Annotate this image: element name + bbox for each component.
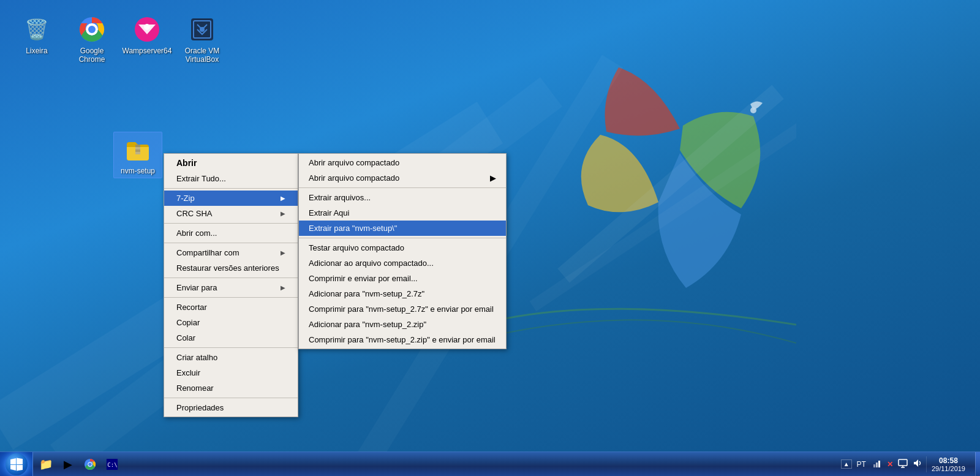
desktop-icon-wampserver[interactable]: Wampserver64 xyxy=(123,12,172,67)
tray-expand-btn[interactable]: ▲ xyxy=(841,459,852,469)
desktop-icons-area: 🗑️ Lixeira Google Chrome xyxy=(6,6,233,73)
svg-point-9 xyxy=(88,26,96,33)
svg-rect-28 xyxy=(899,459,907,466)
menu-item-abrir[interactable]: Abrir xyxy=(164,155,298,171)
context-menu: Abrir Extrair Tudo... 7-Zip ▶ CRC SHA ▶ … xyxy=(164,153,298,417)
chrome-taskbar-icon xyxy=(84,458,96,470)
arrow-enviar: ▶ xyxy=(281,284,285,291)
svg-rect-27 xyxy=(878,461,880,467)
submenu-item-adicionar[interactable]: Adicionar ao arquivo compactado... xyxy=(299,255,506,271)
desktop-file-nvmsetup[interactable]: nvm-setup xyxy=(113,132,162,178)
menu-item-7zip[interactable]: 7-Zip ▶ xyxy=(164,191,298,206)
nvmsetup-label: nvm-setup xyxy=(121,167,155,175)
separator-3 xyxy=(164,243,298,243)
menu-item-restaurar[interactable]: Restaurar versões anteriores xyxy=(164,260,298,276)
arrow-abrir-compactado2: ▶ xyxy=(490,173,496,183)
submenu-item-adicionar-7z[interactable]: Adicionar para "nvm-setup_2.7z" xyxy=(299,286,506,301)
submenu-item-comprimir-7z-email[interactable]: Comprimir para "nvm-setup_2.7z" e enviar… xyxy=(299,301,506,317)
menu-item-abrir-com[interactable]: Abrir com... xyxy=(164,225,298,241)
cmd-taskbar-icon: C:\ _ xyxy=(106,458,118,470)
tray-icon-volume[interactable] xyxy=(911,457,924,471)
submenu-item-extrair-arquivos[interactable]: Extrair arquivos... xyxy=(299,190,506,205)
svg-line-2 xyxy=(533,123,796,306)
submenu-item-comprimir-email[interactable]: Comprimir e enviar por email... xyxy=(299,271,506,286)
svg-rect-15 xyxy=(135,145,140,147)
menu-item-recortar[interactable]: Recortar xyxy=(164,300,298,315)
clock-date: 29/11/2019 xyxy=(932,465,965,472)
tray-icon-x[interactable]: ✕ xyxy=(886,459,894,470)
submenu-item-testar[interactable]: Testar arquivo compactado xyxy=(299,240,506,255)
svg-point-21 xyxy=(88,463,91,466)
arrow-crc: ▶ xyxy=(281,210,285,217)
taskbar-clock[interactable]: 08:58 29/11/2019 xyxy=(926,456,970,472)
start-orb xyxy=(6,453,28,475)
virtualbox-icon xyxy=(187,15,217,44)
submenu-item-abrir-compactado[interactable]: Abrir arquivo compactado xyxy=(299,155,506,170)
svg-text:_: _ xyxy=(107,466,110,470)
submenu-item-extrair-para[interactable]: Extrair para "nvm-setup\" xyxy=(299,221,506,236)
menu-item-excluir[interactable]: Excluir xyxy=(164,365,298,380)
taskbar-btn-explorer[interactable]: 📁 xyxy=(36,454,56,475)
separator-4 xyxy=(164,278,298,278)
desktop: 🗑️ Lixeira Google Chrome xyxy=(0,0,980,476)
tray-icon-network[interactable] xyxy=(871,457,883,471)
taskbar-language[interactable]: PT xyxy=(854,460,869,469)
desktop-icon-lixeira[interactable]: 🗑️ Lixeira xyxy=(12,12,61,67)
svg-rect-17 xyxy=(135,149,140,152)
taskbar: 📁 ▶ C:\ _ xyxy=(0,451,980,476)
wampserver-icon xyxy=(132,15,162,44)
submenu-sep-1 xyxy=(299,187,506,188)
taskbar-btn-chrome[interactable] xyxy=(80,454,100,475)
svg-point-11 xyxy=(144,24,150,30)
separator-1 xyxy=(164,188,298,189)
taskbar-tray-area: ▲ PT ✕ xyxy=(836,452,975,476)
menu-item-enviar[interactable]: Enviar para ▶ xyxy=(164,280,298,295)
desktop-icon-chrome[interactable]: Google Chrome xyxy=(67,12,116,67)
separator-5 xyxy=(164,297,298,298)
submenu-sep-2 xyxy=(299,238,506,238)
mediaplayer-icon: ▶ xyxy=(64,458,72,471)
submenu-item-adicionar-zip[interactable]: Adicionar para "nvm-setup_2.zip" xyxy=(299,317,506,332)
desktop-icon-virtualbox[interactable]: Oracle VM VirtualBox xyxy=(178,12,227,67)
menu-item-propriedades[interactable]: Propriedades xyxy=(164,400,298,415)
taskbar-btn-mediaplayer[interactable]: ▶ xyxy=(58,454,78,475)
arrow-7zip: ▶ xyxy=(281,195,285,202)
wampserver-label: Wampserver64 xyxy=(123,47,172,55)
taskbar-btn-cmd[interactable]: C:\ _ xyxy=(102,454,123,475)
svg-point-14 xyxy=(200,27,205,32)
separator-7 xyxy=(164,398,298,398)
svg-rect-26 xyxy=(876,463,878,467)
menu-item-extrair-tudo[interactable]: Extrair Tudo... xyxy=(164,171,298,186)
menu-item-copiar[interactable]: Copiar xyxy=(164,315,298,330)
menu-item-renomear[interactable]: Renomear xyxy=(164,380,298,396)
lixeira-icon: 🗑️ xyxy=(22,15,51,44)
menu-item-compartilhar[interactable]: Compartilhar com ▶ xyxy=(164,245,298,260)
svg-rect-25 xyxy=(873,464,875,467)
start-button[interactable] xyxy=(0,452,33,477)
tray-icon-monitor[interactable] xyxy=(897,457,909,471)
menu-item-colar[interactable]: Colar xyxy=(164,330,298,346)
svg-rect-16 xyxy=(135,147,140,149)
clock-time: 08:58 xyxy=(939,456,958,465)
submenu-item-comprimir-zip-email[interactable]: Comprimir para "nvm-setup_2.zip" e envia… xyxy=(299,332,506,347)
windows-logo-icon xyxy=(9,457,24,472)
menu-item-crc-sha[interactable]: CRC SHA ▶ xyxy=(164,206,298,221)
submenu-7zip: Abrir arquivo compactado Abrir arquivo c… xyxy=(298,153,507,349)
separator-2 xyxy=(164,223,298,224)
taskbar-quicklaunch: 📁 ▶ C:\ _ xyxy=(33,452,125,476)
separator-6 xyxy=(164,347,298,348)
menu-item-criar-atalho[interactable]: Criar atalho xyxy=(164,350,298,365)
lixeira-label: Lixeira xyxy=(26,47,47,55)
submenu-item-abrir-compactado2[interactable]: Abrir arquivo compactado ▶ xyxy=(299,170,506,186)
zip-file-icon xyxy=(123,135,153,164)
explorer-icon: 📁 xyxy=(39,458,53,471)
show-desktop-button[interactable] xyxy=(975,452,980,477)
virtualbox-label: Oracle VM VirtualBox xyxy=(180,47,224,64)
chrome-icon xyxy=(77,15,107,44)
arrow-compartilhar: ▶ xyxy=(281,249,285,256)
chrome-label: Google Chrome xyxy=(70,47,114,64)
svg-rect-18 xyxy=(135,152,140,154)
submenu-item-extrair-aqui[interactable]: Extrair Aqui xyxy=(299,205,506,221)
